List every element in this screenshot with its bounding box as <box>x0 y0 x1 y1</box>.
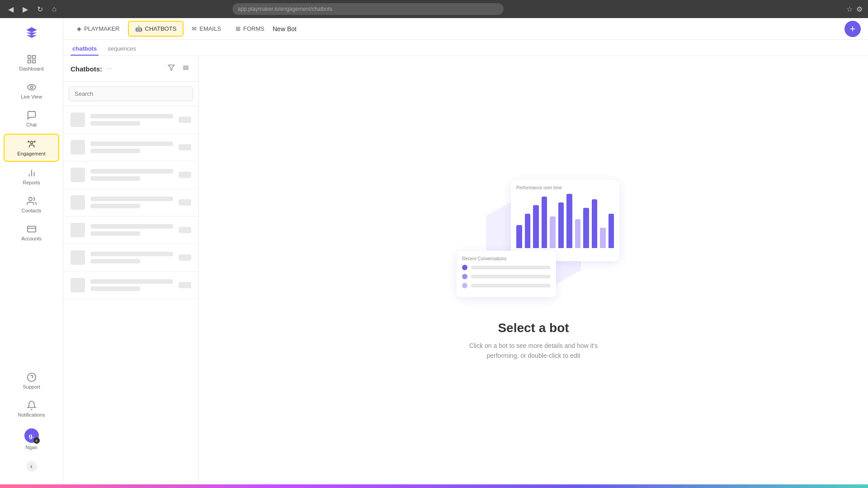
conversation-item-1 <box>462 265 551 270</box>
panel-header: Chatbots: <box>63 56 198 82</box>
illustration: Performance over time Recent Conversatio… <box>448 180 619 306</box>
svg-point-4 <box>30 86 33 89</box>
chatbots-icon: 🤖 <box>135 25 142 32</box>
conversation-line-1 <box>471 266 551 269</box>
list-item[interactable] <box>63 106 198 134</box>
skeleton-content <box>90 197 173 208</box>
search-input[interactable] <box>69 86 193 101</box>
skeleton-line-2 <box>90 286 140 291</box>
chart-bar-4 <box>550 216 556 248</box>
select-bot-title: Select a bot <box>498 321 569 335</box>
tab-emails-label: EMAILS <box>199 25 221 32</box>
skeleton-content <box>90 169 173 181</box>
sub-tab-sequences-label: sequences <box>108 45 136 52</box>
refresh-button[interactable]: ↻ <box>34 3 46 15</box>
left-panel: Chatbots: <box>63 56 199 484</box>
list-item[interactable] <box>63 161 198 189</box>
skeleton-line-2 <box>90 121 140 126</box>
browser-actions: ☆ ⚙ <box>846 5 863 14</box>
home-button[interactable]: ⌂ <box>49 3 59 15</box>
list-item[interactable] <box>63 134 198 161</box>
sub-tab-chatbots[interactable]: chatbots <box>71 42 99 56</box>
sub-tab-chatbots-label: chatbots <box>72 45 97 52</box>
chart-bar-3 <box>542 197 547 248</box>
sidebar-item-reports[interactable]: Reports <box>0 164 63 190</box>
search-box <box>63 82 198 106</box>
skeleton-avatar <box>71 113 85 127</box>
sidebar-notifications-label: Notifications <box>18 412 45 418</box>
user-badge: 4 <box>33 437 40 444</box>
sidebar-bottom: Support Notifications g. 4 Ngan ‹ <box>0 365 63 479</box>
sort-icon <box>182 64 189 71</box>
sidebar-item-dashboard[interactable]: Dashboard <box>0 50 63 76</box>
chart-bar-1 <box>525 214 531 248</box>
bookmark-button[interactable]: ☆ <box>846 5 853 14</box>
sidebar-item-contacts[interactable]: Contacts <box>0 192 63 218</box>
filter-button[interactable] <box>166 62 177 75</box>
svg-marker-14 <box>168 65 174 70</box>
sidebar-item-label-engagement: Engagement <box>17 151 45 156</box>
filter-icon <box>168 64 175 71</box>
panel-actions <box>166 62 191 75</box>
accounts-icon <box>27 224 37 234</box>
chart-title: Performance over time <box>516 185 614 190</box>
dashboard-icon <box>27 54 37 64</box>
list-item[interactable] <box>63 244 198 272</box>
forward-button[interactable]: ▶ <box>20 3 31 15</box>
svg-point-9 <box>28 197 32 201</box>
sort-button[interactable] <box>180 62 191 75</box>
skeleton-content <box>90 224 173 236</box>
skeleton-line-1 <box>90 252 173 256</box>
chart-bar-10 <box>600 228 606 248</box>
tab-chatbots[interactable]: 🤖 CHATBOTS <box>128 21 184 37</box>
skeleton-content <box>90 141 173 153</box>
user-name: Ngan <box>25 445 37 450</box>
browser-chrome: ◀ ▶ ↻ ⌂ app.playmaker.io/engagement/chat… <box>0 0 868 18</box>
list-item[interactable] <box>63 216 198 244</box>
skeleton-badge <box>179 254 191 261</box>
tab-playmaker[interactable]: ◈ PLAYMAKER <box>71 22 126 36</box>
notifications-icon <box>27 400 37 410</box>
skeleton-line-2 <box>90 204 140 208</box>
contacts-icon <box>27 196 37 206</box>
chart-bar-7 <box>575 219 581 248</box>
tab-playmaker-label: PLAYMAKER <box>84 25 120 32</box>
tab-forms[interactable]: ⊞ FORMS <box>229 22 271 36</box>
sidebar-item-live-view[interactable]: Live View <box>0 78 63 104</box>
address-bar[interactable]: app.playmaker.io/engagement/chatbots <box>232 3 504 15</box>
avatar-initial: g. <box>29 432 34 439</box>
sidebar-logo <box>23 23 41 42</box>
sidebar-item-engagement[interactable]: Engagement <box>4 134 59 162</box>
sidebar-item-chat[interactable]: Chat <box>0 106 63 132</box>
svg-rect-10 <box>27 226 35 232</box>
sub-tab-sequences[interactable]: sequences <box>106 42 138 56</box>
chart-bar-2 <box>533 205 539 248</box>
sidebar-item-label-reports: Reports <box>23 180 40 185</box>
sidebar-item-user[interactable]: g. 4 Ngan <box>4 425 59 454</box>
tab-chatbots-label: CHATBOTS <box>145 25 177 32</box>
conversation-line-3 <box>471 284 551 287</box>
skeleton-line-2 <box>90 176 140 181</box>
app-container: Dashboard Live View Chat Engagement Repo <box>0 18 868 484</box>
list-item[interactable] <box>63 189 198 216</box>
skeleton-badge <box>179 199 191 206</box>
tab-forms-label: FORMS <box>243 25 264 32</box>
sidebar-item-notifications[interactable]: Notifications <box>4 397 59 421</box>
new-bot-button[interactable]: + <box>844 21 861 37</box>
settings-button[interactable]: ⚙ <box>856 5 863 14</box>
skeleton-line-1 <box>90 114 173 118</box>
skeleton-content <box>90 279 173 291</box>
logo-icon <box>25 26 38 39</box>
tab-emails[interactable]: ✉ EMAILS <box>185 22 227 36</box>
svg-rect-3 <box>32 60 35 63</box>
list-item[interactable] <box>63 272 198 299</box>
sidebar-support-label: Support <box>23 384 40 389</box>
collapse-sidebar-button[interactable]: ‹ <box>26 461 37 472</box>
conversation-dot-2 <box>462 274 467 279</box>
sidebar-item-support[interactable]: Support <box>4 369 59 393</box>
back-button[interactable]: ◀ <box>5 3 16 15</box>
svg-rect-1 <box>32 56 35 58</box>
content-area: Chatbots: <box>63 56 868 484</box>
sidebar-item-accounts[interactable]: Accounts <box>0 220 63 246</box>
performance-chart: Performance over time <box>511 180 619 261</box>
